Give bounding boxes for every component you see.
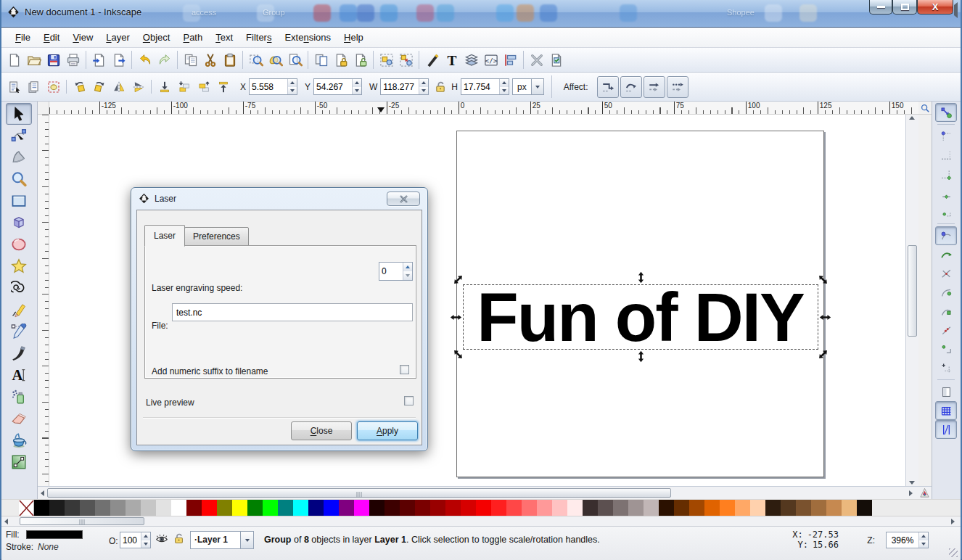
palette-scroll-right-arrow[interactable] xyxy=(951,519,955,524)
palette-swatch[interactable] xyxy=(339,500,354,516)
text-dialog-button[interactable]: T xyxy=(442,50,461,70)
scroll-down-arrow[interactable] xyxy=(909,481,915,485)
new-document-button[interactable] xyxy=(4,50,24,70)
palette-swatch[interactable] xyxy=(263,500,278,516)
palette-swatch[interactable] xyxy=(735,500,750,516)
star-tool-button[interactable] xyxy=(6,255,32,277)
palette-swatch[interactable] xyxy=(628,500,644,516)
snap-enable-button[interactable] xyxy=(935,103,957,122)
canvas-text-object[interactable]: Fun of DIY xyxy=(477,286,804,348)
y-input[interactable] xyxy=(314,79,352,94)
stroke-value[interactable]: None xyxy=(38,542,59,552)
cms-adjust-icon[interactable] xyxy=(919,487,930,498)
duplicate-button[interactable] xyxy=(311,50,331,70)
close-button[interactable]: Close xyxy=(291,421,352,440)
palette-swatch[interactable] xyxy=(583,500,598,516)
apply-button[interactable]: Apply xyxy=(357,421,418,440)
snap-bbox-corners-button[interactable] xyxy=(935,165,957,184)
layer-visibility-eye-icon[interactable] xyxy=(155,532,168,545)
snap-cusp-nodes-button[interactable] xyxy=(935,283,957,302)
pencil-tool-button[interactable] xyxy=(6,299,32,321)
fill-color-swatch[interactable] xyxy=(26,530,83,539)
palette-swatch[interactable] xyxy=(415,500,430,516)
group-button[interactable] xyxy=(377,50,396,70)
palette-swatch[interactable] xyxy=(308,500,324,516)
palette-swatch[interactable] xyxy=(522,500,537,516)
eraser-tool-button[interactable] xyxy=(6,408,32,429)
maximize-button[interactable] xyxy=(892,0,917,15)
palette-scroll-left-icon[interactable] xyxy=(954,5,958,15)
cut-button[interactable] xyxy=(200,50,220,70)
palette-swatch[interactable] xyxy=(750,500,765,516)
w-spinner[interactable] xyxy=(419,79,428,94)
spray-tool-button[interactable] xyxy=(6,386,32,408)
palette-swatch[interactable] xyxy=(141,500,156,516)
paint-bucket-tool-button[interactable] xyxy=(6,429,32,451)
palette-swatch[interactable] xyxy=(674,500,689,516)
snap-rotation-center-button[interactable] xyxy=(935,358,957,377)
snap-bbox-edges-button[interactable] xyxy=(935,146,957,165)
scroll-left-arrow[interactable] xyxy=(41,490,44,496)
lock-ratio-icon[interactable] xyxy=(434,81,447,94)
snap-grid-button[interactable] xyxy=(935,401,957,420)
palette-swatch[interactable] xyxy=(445,500,461,516)
palette-swatch[interactable] xyxy=(842,500,857,516)
snap-page-border-button[interactable] xyxy=(935,382,957,401)
horizontal-scroll-thumb[interactable] xyxy=(47,488,671,498)
horizontal-ruler[interactable]: -125-100-75-50-250255075100125150 xyxy=(49,102,918,115)
palette-swatch[interactable] xyxy=(659,500,674,516)
select-all-button[interactable] xyxy=(4,77,24,96)
palette-swatch[interactable] xyxy=(400,500,415,516)
palette-swatch[interactable] xyxy=(430,500,445,516)
snap-object-centers-button[interactable] xyxy=(935,339,957,358)
resize-grip[interactable] xyxy=(949,548,958,557)
menu-extensions[interactable]: Extensions xyxy=(278,29,337,46)
palette-swatch[interactable] xyxy=(796,500,811,516)
ruler-zoom-button[interactable] xyxy=(918,102,932,115)
layer-lock-icon[interactable] xyxy=(173,532,185,545)
redo-button[interactable] xyxy=(155,50,174,70)
flip-horizontal-button[interactable] xyxy=(109,77,128,96)
speed-spinner[interactable] xyxy=(403,263,412,280)
palette-swatch[interactable] xyxy=(567,500,583,516)
rectangle-tool-button[interactable] xyxy=(6,190,32,212)
rotate-ccw-button[interactable] xyxy=(70,77,89,96)
affect-stroke-button[interactable] xyxy=(597,76,619,98)
save-document-button[interactable] xyxy=(44,50,63,70)
palette-swatch-none[interactable] xyxy=(19,500,34,516)
palette-swatch[interactable] xyxy=(781,500,796,516)
affect-patterns-button[interactable] xyxy=(667,76,688,98)
palette-swatch[interactable] xyxy=(293,500,308,516)
snap-nodes-button[interactable] xyxy=(935,226,957,245)
palette-swatch[interactable] xyxy=(232,500,247,516)
snap-path-intersections-button[interactable] xyxy=(935,264,957,283)
y-spinner[interactable] xyxy=(352,79,361,94)
vertical-scroll-thumb[interactable] xyxy=(908,245,917,337)
palette-swatch[interactable] xyxy=(552,500,567,516)
palette-swatch[interactable] xyxy=(385,500,400,516)
palette-swatch[interactable] xyxy=(613,500,628,516)
select-all-layers-button[interactable] xyxy=(24,77,44,96)
scroll-right-arrow[interactable] xyxy=(909,490,913,496)
palette-swatch[interactable] xyxy=(156,500,171,516)
copy-button[interactable] xyxy=(181,50,200,70)
bezier-pen-tool-button[interactable] xyxy=(6,321,32,342)
palette-swatch[interactable] xyxy=(765,500,781,516)
menu-help[interactable]: Help xyxy=(337,29,370,46)
box-3d-tool-button[interactable] xyxy=(6,212,32,234)
document-properties-button[interactable] xyxy=(546,50,566,70)
scale-handle-s[interactable] xyxy=(635,350,647,363)
palette-swatch[interactable] xyxy=(704,500,720,516)
x-spinner[interactable] xyxy=(287,79,297,94)
snap-bbox-centers-button[interactable] xyxy=(935,202,957,221)
ellipse-tool-button[interactable] xyxy=(6,234,32,255)
gradient-tool-button[interactable] xyxy=(6,451,32,473)
snap-guides-button[interactable] xyxy=(935,420,957,439)
h-input[interactable] xyxy=(461,79,499,94)
text-tool-button[interactable]: A xyxy=(6,364,32,386)
export-button[interactable] xyxy=(109,50,128,70)
selection-box[interactable]: Fun of DIY xyxy=(463,284,818,350)
print-document-button[interactable] xyxy=(63,50,83,70)
menu-edit[interactable]: Edit xyxy=(37,29,66,46)
flip-vertical-button[interactable] xyxy=(128,77,148,96)
